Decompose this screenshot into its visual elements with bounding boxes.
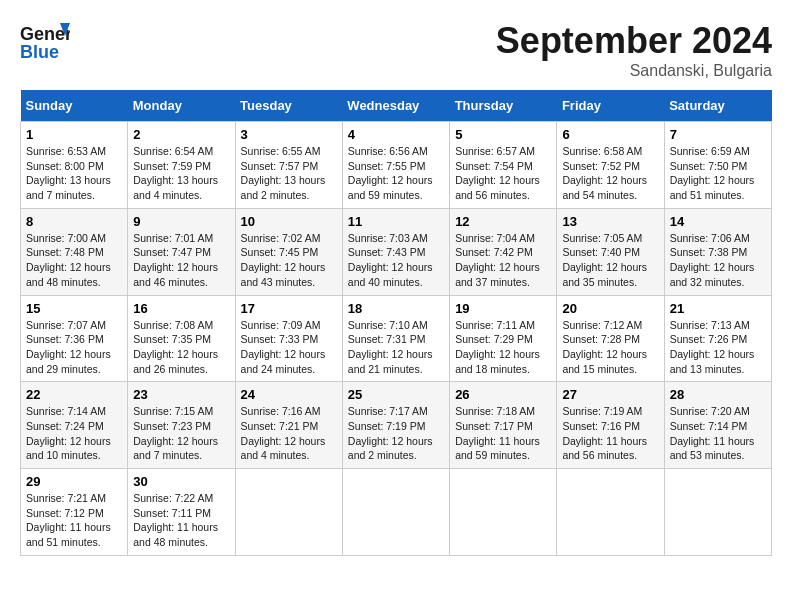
logo: General Blue bbox=[20, 20, 70, 69]
calendar-week-row: 8Sunrise: 7:00 AM Sunset: 7:48 PM Daylig… bbox=[21, 208, 772, 295]
day-number: 7 bbox=[670, 127, 766, 142]
day-number: 8 bbox=[26, 214, 122, 229]
calendar-day-cell: 13Sunrise: 7:05 AM Sunset: 7:40 PM Dayli… bbox=[557, 208, 664, 295]
day-info: Sunrise: 7:22 AM Sunset: 7:11 PM Dayligh… bbox=[133, 491, 229, 550]
day-info: Sunrise: 7:13 AM Sunset: 7:26 PM Dayligh… bbox=[670, 318, 766, 377]
day-number: 24 bbox=[241, 387, 337, 402]
day-number: 5 bbox=[455, 127, 551, 142]
day-info: Sunrise: 7:15 AM Sunset: 7:23 PM Dayligh… bbox=[133, 404, 229, 463]
calendar-day-cell: 18Sunrise: 7:10 AM Sunset: 7:31 PM Dayli… bbox=[342, 295, 449, 382]
calendar-day-cell: 20Sunrise: 7:12 AM Sunset: 7:28 PM Dayli… bbox=[557, 295, 664, 382]
month-title: September 2024 bbox=[496, 20, 772, 62]
day-number: 26 bbox=[455, 387, 551, 402]
day-number: 21 bbox=[670, 301, 766, 316]
day-info: Sunrise: 7:07 AM Sunset: 7:36 PM Dayligh… bbox=[26, 318, 122, 377]
logo-icon: General Blue bbox=[20, 20, 70, 69]
calendar-day-cell: 17Sunrise: 7:09 AM Sunset: 7:33 PM Dayli… bbox=[235, 295, 342, 382]
day-of-week-header: Thursday bbox=[450, 90, 557, 122]
day-number: 10 bbox=[241, 214, 337, 229]
day-info: Sunrise: 7:03 AM Sunset: 7:43 PM Dayligh… bbox=[348, 231, 444, 290]
calendar-header-row: SundayMondayTuesdayWednesdayThursdayFrid… bbox=[21, 90, 772, 122]
calendar-day-cell bbox=[557, 469, 664, 556]
day-info: Sunrise: 7:06 AM Sunset: 7:38 PM Dayligh… bbox=[670, 231, 766, 290]
day-info: Sunrise: 7:12 AM Sunset: 7:28 PM Dayligh… bbox=[562, 318, 658, 377]
calendar-week-row: 22Sunrise: 7:14 AM Sunset: 7:24 PM Dayli… bbox=[21, 382, 772, 469]
day-number: 27 bbox=[562, 387, 658, 402]
day-number: 6 bbox=[562, 127, 658, 142]
day-info: Sunrise: 7:08 AM Sunset: 7:35 PM Dayligh… bbox=[133, 318, 229, 377]
calendar-day-cell: 26Sunrise: 7:18 AM Sunset: 7:17 PM Dayli… bbox=[450, 382, 557, 469]
day-info: Sunrise: 6:54 AM Sunset: 7:59 PM Dayligh… bbox=[133, 144, 229, 203]
day-info: Sunrise: 7:17 AM Sunset: 7:19 PM Dayligh… bbox=[348, 404, 444, 463]
day-info: Sunrise: 7:20 AM Sunset: 7:14 PM Dayligh… bbox=[670, 404, 766, 463]
day-number: 13 bbox=[562, 214, 658, 229]
day-info: Sunrise: 7:11 AM Sunset: 7:29 PM Dayligh… bbox=[455, 318, 551, 377]
day-number: 29 bbox=[26, 474, 122, 489]
calendar-day-cell: 6Sunrise: 6:58 AM Sunset: 7:52 PM Daylig… bbox=[557, 122, 664, 209]
calendar-table: SundayMondayTuesdayWednesdayThursdayFrid… bbox=[20, 90, 772, 556]
location: Sandanski, Bulgaria bbox=[496, 62, 772, 80]
day-number: 23 bbox=[133, 387, 229, 402]
day-of-week-header: Wednesday bbox=[342, 90, 449, 122]
calendar-day-cell: 23Sunrise: 7:15 AM Sunset: 7:23 PM Dayli… bbox=[128, 382, 235, 469]
calendar-body: 1Sunrise: 6:53 AM Sunset: 8:00 PM Daylig… bbox=[21, 122, 772, 556]
day-of-week-header: Monday bbox=[128, 90, 235, 122]
calendar-day-cell: 27Sunrise: 7:19 AM Sunset: 7:16 PM Dayli… bbox=[557, 382, 664, 469]
day-number: 1 bbox=[26, 127, 122, 142]
day-number: 15 bbox=[26, 301, 122, 316]
calendar-day-cell bbox=[235, 469, 342, 556]
calendar-day-cell: 14Sunrise: 7:06 AM Sunset: 7:38 PM Dayli… bbox=[664, 208, 771, 295]
day-number: 28 bbox=[670, 387, 766, 402]
day-number: 17 bbox=[241, 301, 337, 316]
day-info: Sunrise: 7:01 AM Sunset: 7:47 PM Dayligh… bbox=[133, 231, 229, 290]
calendar-day-cell bbox=[342, 469, 449, 556]
calendar-week-row: 15Sunrise: 7:07 AM Sunset: 7:36 PM Dayli… bbox=[21, 295, 772, 382]
svg-text:Blue: Blue bbox=[20, 42, 59, 62]
calendar-day-cell: 10Sunrise: 7:02 AM Sunset: 7:45 PM Dayli… bbox=[235, 208, 342, 295]
calendar-day-cell: 15Sunrise: 7:07 AM Sunset: 7:36 PM Dayli… bbox=[21, 295, 128, 382]
calendar-day-cell: 4Sunrise: 6:56 AM Sunset: 7:55 PM Daylig… bbox=[342, 122, 449, 209]
calendar-day-cell: 24Sunrise: 7:16 AM Sunset: 7:21 PM Dayli… bbox=[235, 382, 342, 469]
day-info: Sunrise: 6:56 AM Sunset: 7:55 PM Dayligh… bbox=[348, 144, 444, 203]
day-info: Sunrise: 7:09 AM Sunset: 7:33 PM Dayligh… bbox=[241, 318, 337, 377]
day-number: 22 bbox=[26, 387, 122, 402]
calendar-day-cell: 30Sunrise: 7:22 AM Sunset: 7:11 PM Dayli… bbox=[128, 469, 235, 556]
calendar-day-cell: 19Sunrise: 7:11 AM Sunset: 7:29 PM Dayli… bbox=[450, 295, 557, 382]
calendar-day-cell: 8Sunrise: 7:00 AM Sunset: 7:48 PM Daylig… bbox=[21, 208, 128, 295]
day-number: 12 bbox=[455, 214, 551, 229]
day-of-week-header: Tuesday bbox=[235, 90, 342, 122]
day-info: Sunrise: 7:16 AM Sunset: 7:21 PM Dayligh… bbox=[241, 404, 337, 463]
calendar-day-cell: 28Sunrise: 7:20 AM Sunset: 7:14 PM Dayli… bbox=[664, 382, 771, 469]
day-info: Sunrise: 7:02 AM Sunset: 7:45 PM Dayligh… bbox=[241, 231, 337, 290]
day-number: 30 bbox=[133, 474, 229, 489]
calendar-day-cell: 9Sunrise: 7:01 AM Sunset: 7:47 PM Daylig… bbox=[128, 208, 235, 295]
calendar-day-cell: 7Sunrise: 6:59 AM Sunset: 7:50 PM Daylig… bbox=[664, 122, 771, 209]
calendar-day-cell bbox=[450, 469, 557, 556]
day-number: 2 bbox=[133, 127, 229, 142]
calendar-day-cell: 2Sunrise: 6:54 AM Sunset: 7:59 PM Daylig… bbox=[128, 122, 235, 209]
day-number: 19 bbox=[455, 301, 551, 316]
day-info: Sunrise: 6:57 AM Sunset: 7:54 PM Dayligh… bbox=[455, 144, 551, 203]
calendar-day-cell: 11Sunrise: 7:03 AM Sunset: 7:43 PM Dayli… bbox=[342, 208, 449, 295]
day-info: Sunrise: 7:05 AM Sunset: 7:40 PM Dayligh… bbox=[562, 231, 658, 290]
day-info: Sunrise: 7:04 AM Sunset: 7:42 PM Dayligh… bbox=[455, 231, 551, 290]
day-info: Sunrise: 6:58 AM Sunset: 7:52 PM Dayligh… bbox=[562, 144, 658, 203]
day-number: 18 bbox=[348, 301, 444, 316]
page-header: General Blue September 2024 Sandanski, B… bbox=[20, 20, 772, 80]
day-info: Sunrise: 7:10 AM Sunset: 7:31 PM Dayligh… bbox=[348, 318, 444, 377]
day-info: Sunrise: 7:18 AM Sunset: 7:17 PM Dayligh… bbox=[455, 404, 551, 463]
day-info: Sunrise: 6:55 AM Sunset: 7:57 PM Dayligh… bbox=[241, 144, 337, 203]
calendar-day-cell: 5Sunrise: 6:57 AM Sunset: 7:54 PM Daylig… bbox=[450, 122, 557, 209]
day-number: 14 bbox=[670, 214, 766, 229]
day-info: Sunrise: 7:14 AM Sunset: 7:24 PM Dayligh… bbox=[26, 404, 122, 463]
day-info: Sunrise: 6:53 AM Sunset: 8:00 PM Dayligh… bbox=[26, 144, 122, 203]
day-info: Sunrise: 6:59 AM Sunset: 7:50 PM Dayligh… bbox=[670, 144, 766, 203]
day-of-week-header: Friday bbox=[557, 90, 664, 122]
calendar-day-cell: 21Sunrise: 7:13 AM Sunset: 7:26 PM Dayli… bbox=[664, 295, 771, 382]
calendar-week-row: 29Sunrise: 7:21 AM Sunset: 7:12 PM Dayli… bbox=[21, 469, 772, 556]
calendar-day-cell: 16Sunrise: 7:08 AM Sunset: 7:35 PM Dayli… bbox=[128, 295, 235, 382]
day-number: 20 bbox=[562, 301, 658, 316]
calendar-week-row: 1Sunrise: 6:53 AM Sunset: 8:00 PM Daylig… bbox=[21, 122, 772, 209]
day-of-week-header: Sunday bbox=[21, 90, 128, 122]
day-number: 11 bbox=[348, 214, 444, 229]
